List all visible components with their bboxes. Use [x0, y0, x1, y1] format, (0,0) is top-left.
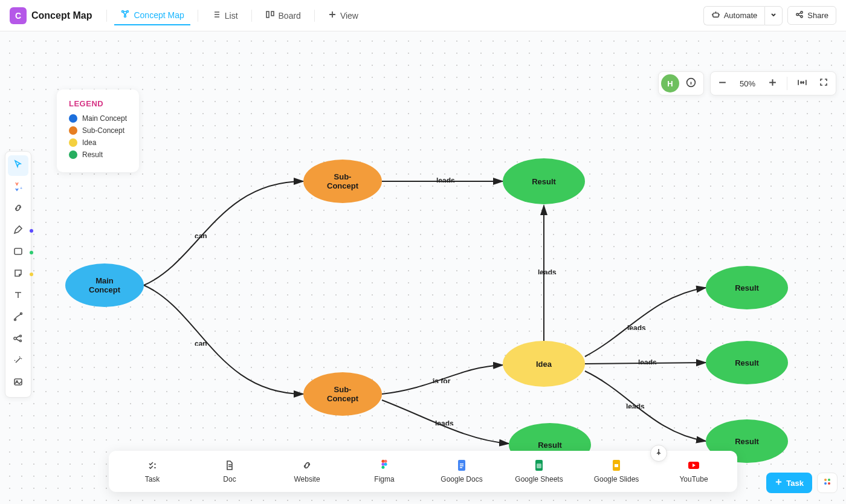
tab-label: Concept Map: [134, 10, 184, 20]
bottom-item-label: Google Sheets: [515, 475, 563, 483]
info-icon: [686, 77, 696, 90]
svg-point-7: [796, 13, 799, 16]
edge-main-sub1[interactable]: [144, 181, 303, 285]
legend-panel: LEGEND Main Concept Sub-Concept Idea Res…: [57, 89, 139, 172]
node-result3[interactable]: Result: [706, 266, 788, 309]
fit-width-button[interactable]: [792, 74, 812, 93]
svg-text:+: +: [20, 186, 22, 190]
fullscreen-icon: [819, 77, 828, 89]
legend-item-idea: Idea: [69, 138, 127, 147]
bottom-item-task[interactable]: Task: [114, 457, 191, 486]
divider: [314, 10, 315, 22]
node-sub2[interactable]: Sub-Concept: [303, 372, 382, 416]
svg-rect-10: [15, 248, 22, 254]
node-sub1[interactable]: Sub-Concept: [303, 160, 382, 203]
bottom-item-label: Figma: [374, 475, 394, 483]
text-tool[interactable]: [8, 286, 28, 306]
share-icon: [795, 10, 804, 21]
svg-point-34: [828, 479, 830, 481]
canvas-controls: H 50%: [658, 71, 836, 95]
magic-tool[interactable]: [8, 351, 28, 372]
gsheets-icon: [533, 459, 545, 471]
bottom-item-youtube[interactable]: YouTube: [655, 457, 732, 486]
svg-point-33: [824, 479, 827, 481]
pen-tool[interactable]: [8, 221, 28, 241]
magic-icon: [13, 355, 24, 368]
svg-point-35: [824, 482, 827, 485]
mindmap-tool[interactable]: [8, 329, 28, 350]
bottom-item-label: Google Slides: [594, 475, 639, 483]
sticky-note-icon: [13, 268, 24, 281]
node-result1[interactable]: Result: [503, 158, 585, 204]
pen-color-dot: [30, 229, 33, 233]
top-bar: C Concept Map Concept Map List Board Vie…: [0, 0, 846, 31]
bottom-item-doc[interactable]: Doc: [191, 457, 268, 486]
cursor-icon: [13, 159, 24, 172]
rectangle-icon: [13, 246, 24, 259]
add-view-button[interactable]: View: [322, 7, 364, 24]
pin-toolbar-button[interactable]: [650, 445, 667, 462]
zoom-level[interactable]: 50%: [735, 79, 760, 88]
automate-dropdown-button[interactable]: [764, 6, 783, 25]
bottom-item-google-sheets[interactable]: Google Sheets: [500, 457, 578, 486]
svg-point-13: [14, 337, 16, 340]
bottom-item-google-slides[interactable]: Google Slides: [578, 457, 655, 486]
ai-tool[interactable]: +: [8, 177, 28, 198]
svg-point-14: [20, 335, 22, 337]
left-toolbar: +: [5, 151, 31, 398]
info-button[interactable]: [682, 74, 701, 93]
shape-color-dot: [30, 251, 33, 254]
svg-point-22: [384, 463, 387, 466]
plus-icon: [328, 10, 337, 21]
zoom-group: 50%: [710, 71, 836, 95]
bottom-item-google-docs[interactable]: Google Docs: [423, 457, 500, 486]
gslides-icon: [610, 459, 622, 471]
edge-idea-result3[interactable]: [585, 288, 706, 357]
share-button[interactable]: Share: [787, 6, 836, 25]
bottom-item-figma[interactable]: Figma: [346, 457, 423, 486]
pin-icon: [654, 448, 663, 459]
tab-board[interactable]: Board: [259, 6, 307, 25]
doc-icon: [224, 459, 236, 471]
chevron-down-icon: [770, 11, 777, 20]
apps-icon: [822, 477, 832, 489]
ai-icon: +: [13, 181, 24, 194]
shape-tool[interactable]: [8, 242, 28, 263]
image-tool[interactable]: [8, 373, 28, 393]
svg-point-23: [381, 466, 384, 469]
bottom-item-website[interactable]: Website: [268, 457, 346, 486]
gdocs-icon: [456, 459, 468, 471]
node-result4[interactable]: Result: [706, 341, 788, 384]
svg-rect-31: [615, 464, 618, 467]
task-icon: [146, 459, 158, 471]
node-idea[interactable]: Idea: [503, 341, 585, 387]
fullscreen-button[interactable]: [814, 74, 833, 93]
sticky-note-tool[interactable]: [8, 264, 28, 285]
svg-point-8: [801, 16, 803, 18]
bottom-item-label: Website: [294, 475, 320, 483]
app-title: Concept Map: [31, 10, 92, 21]
automate-button-group: Automate: [703, 6, 783, 25]
link-tool[interactable]: [8, 199, 28, 219]
automate-button[interactable]: Automate: [703, 6, 765, 25]
tab-label: Board: [279, 11, 301, 21]
add-task-button[interactable]: Task: [766, 473, 812, 493]
tab-concept-map[interactable]: Concept Map: [114, 5, 190, 25]
edge-main-sub2[interactable]: [144, 285, 303, 394]
legend-item-sub-concept: Sub-Concept: [69, 126, 127, 135]
website-link-icon: [301, 459, 313, 471]
canvas[interactable]: +: [0, 31, 846, 504]
link-icon: [13, 202, 24, 216]
cursor-tool[interactable]: [8, 155, 28, 176]
connector-icon: [13, 311, 24, 325]
tab-list[interactable]: List: [205, 6, 244, 25]
connector-tool[interactable]: [8, 308, 28, 328]
add-view-label: View: [340, 11, 358, 21]
list-icon: [212, 10, 221, 21]
user-avatar[interactable]: H: [661, 74, 679, 92]
node-main[interactable]: MainConcept: [65, 263, 144, 307]
zoom-out-button[interactable]: [713, 74, 732, 93]
apps-button[interactable]: [817, 473, 838, 493]
svg-point-36: [828, 482, 830, 485]
zoom-in-button[interactable]: [763, 74, 782, 93]
